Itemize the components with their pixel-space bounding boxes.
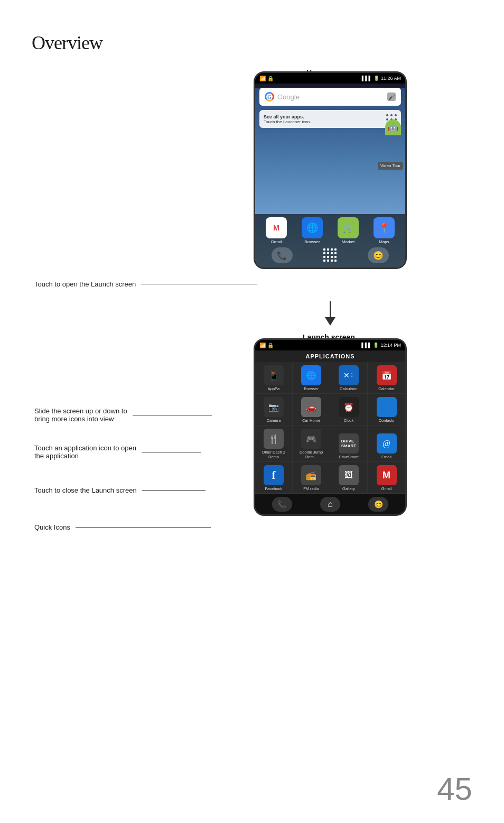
market-icon: 🛒 bbox=[338, 217, 359, 238]
gallery-icon: 🖼 bbox=[339, 465, 359, 485]
app-cell-browser[interactable]: 🌐 Browser bbox=[293, 362, 330, 394]
maps-label: Maps bbox=[379, 239, 389, 244]
clock-icon: ⏰ bbox=[339, 397, 359, 417]
maps-icon: 📍 bbox=[374, 217, 395, 238]
launch-home-button[interactable]: ⌂ bbox=[320, 497, 340, 512]
page-title: Overview bbox=[32, 32, 102, 54]
dock-app-browser[interactable]: 🌐 Browser bbox=[302, 217, 323, 244]
launcher-grid-icon bbox=[323, 248, 337, 262]
annotation-quick-icons: Quick Icons bbox=[34, 523, 211, 531]
app-cell-clock[interactable]: ⏰ Clock bbox=[330, 394, 368, 426]
dock-app-maps[interactable]: 📍 Maps bbox=[374, 217, 395, 244]
phone-button[interactable]: 📞 bbox=[272, 247, 293, 263]
gmail-launch-icon: M bbox=[377, 465, 397, 485]
camera-label: Camera bbox=[267, 418, 281, 423]
android-mascot-icon: 🤖 bbox=[385, 119, 401, 135]
app-cell-email[interactable]: @ Email bbox=[368, 426, 405, 462]
app-cell-carhome[interactable]: 🚗 Car Home bbox=[293, 394, 330, 426]
annotation-slide-text: Slide the screen up or down to bring mor… bbox=[34, 407, 127, 423]
annotation-touch-app-line bbox=[142, 452, 201, 452]
home-dock: M Gmail 🌐 Browser 🛒 Market 📍 Maps 📞 bbox=[255, 214, 405, 267]
app-cell-apppa[interactable]: 📱 AppPa bbox=[255, 362, 293, 394]
signal-icon: ▌▌▌ bbox=[362, 76, 372, 81]
browser-label-launch: Browser bbox=[304, 386, 319, 391]
annotation-slide-line1: Slide the screen up or down to bbox=[34, 407, 127, 415]
annotation-touch-launch-text: Touch to open the Launch screen bbox=[34, 280, 136, 288]
launch-status-right: ▌▌▌ 🔋 12:14 PM bbox=[361, 343, 401, 348]
wifi-icon: 📶 bbox=[259, 76, 266, 81]
annotation-quick-icons-line bbox=[76, 527, 211, 528]
launch-wifi-icon: 📶 bbox=[259, 343, 266, 348]
tooltip-title: See all your apps. bbox=[264, 114, 382, 119]
drive-icon: DRIVESMART bbox=[339, 433, 359, 454]
app-cell-fm[interactable]: 📻 FM radio bbox=[293, 462, 330, 494]
home-status-left: 📶 🔒 bbox=[259, 76, 274, 81]
gmail-launch-label: Gmail bbox=[381, 486, 392, 491]
dock-app-market[interactable]: 🛒 Market bbox=[338, 217, 359, 244]
facebook-label: Facebook bbox=[265, 486, 283, 491]
dock-apps-row: M Gmail 🌐 Browser 🛒 Market 📍 Maps bbox=[258, 217, 402, 244]
battery-icon: 🔋 bbox=[374, 76, 379, 81]
app-cell-facebook[interactable]: f Facebook bbox=[255, 462, 293, 494]
launch-status-bar: 📶 🔒 ▌▌▌ 🔋 12:14 PM bbox=[255, 340, 405, 350]
browser-label: Browser bbox=[304, 239, 320, 244]
carhome-icon: 🚗 bbox=[301, 397, 321, 417]
annotation-touch-close-text: Touch to close the Launch screen bbox=[34, 486, 137, 494]
app-cell-gmail[interactable]: M Gmail bbox=[368, 462, 405, 494]
contacts-icon: 👤 bbox=[377, 397, 397, 417]
dock-app-gmail[interactable]: M Gmail bbox=[266, 217, 287, 244]
annotation-touch-app-text-block: Touch an application icon to open the ap… bbox=[34, 444, 136, 460]
app-cell-diner[interactable]: 🍴 Diner Dash 2 Demo bbox=[255, 426, 293, 462]
drive-label: DriveSmart bbox=[339, 455, 359, 459]
annotation-touch-app-line1: Touch an application icon to open bbox=[34, 444, 136, 452]
annotation-slide-row: Slide the screen up or down to bring mor… bbox=[34, 407, 212, 423]
app-cell-gallery[interactable]: 🖼 Gallery bbox=[330, 462, 368, 494]
page-number: 45 bbox=[437, 771, 472, 807]
annotation-slide-line bbox=[133, 415, 212, 415]
home-status-bar: 📶 🔒 ▌▌▌ 🔋 11:26 AM bbox=[255, 73, 405, 84]
calculator-icon: ✕÷ bbox=[339, 365, 359, 385]
browser-icon: 🌐 bbox=[302, 217, 323, 238]
annotation-slide-line2: bring more icons into view bbox=[34, 415, 127, 423]
apps-grid: 📱 AppPa 🌐 Browser ✕÷ Calculator 📅 Calend… bbox=[255, 362, 405, 494]
launcher-button[interactable] bbox=[320, 247, 341, 263]
apppa-icon: 📱 bbox=[264, 365, 284, 385]
launch-time: 12:14 PM bbox=[380, 343, 401, 348]
doodle-label: Doodle Jump Dem... bbox=[295, 450, 327, 459]
diner-icon: 🍴 bbox=[264, 429, 284, 449]
launch-battery-icon: 🔋 bbox=[373, 343, 379, 348]
launch-screen-body: APPLICATIONS 📱 AppPa 🌐 Browser ✕÷ Calcul… bbox=[255, 350, 405, 514]
launch-lock-icon: 🔒 bbox=[267, 343, 274, 348]
tooltip-body: Touch the Launcher icon. bbox=[264, 119, 382, 124]
launch-dock: 📞 ⌂ 😊 bbox=[255, 494, 405, 514]
launch-contacts-button[interactable]: 😊 bbox=[368, 497, 388, 512]
annotation-touch-app-line2: the application bbox=[34, 452, 136, 460]
app-cell-contacts[interactable]: 👤 Contacts bbox=[368, 394, 405, 426]
fm-label: FM radio bbox=[303, 486, 319, 491]
launch-screen-phone: 📶 🔒 ▌▌▌ 🔋 12:14 PM APPLICATIONS 📱 AppPa … bbox=[254, 338, 407, 516]
app-cell-doodle[interactable]: 🎮 Doodle Jump Dem... bbox=[293, 426, 330, 462]
annotation-touch-app: Touch an application icon to open the ap… bbox=[34, 444, 201, 460]
home-time: 11:26 AM bbox=[381, 76, 401, 81]
carhome-label: Car Home bbox=[302, 418, 320, 423]
contacts-button[interactable]: 😊 bbox=[368, 247, 389, 263]
annotation-touch-close-line bbox=[142, 490, 206, 491]
apppa-label: AppPa bbox=[268, 386, 280, 391]
app-cell-calculator[interactable]: ✕÷ Calculator bbox=[330, 362, 368, 394]
mic-icon[interactable]: 🎤 bbox=[387, 93, 396, 101]
market-label: Market bbox=[342, 239, 354, 244]
launch-phone-button[interactable]: 📞 bbox=[272, 497, 292, 512]
google-g-icon: G bbox=[265, 92, 274, 101]
gmail-label: Gmail bbox=[271, 239, 282, 244]
app-cell-camera[interactable]: 📷 Camera bbox=[255, 394, 293, 426]
email-icon: @ bbox=[377, 433, 397, 454]
facebook-icon: f bbox=[264, 465, 284, 485]
app-cell-drive[interactable]: DRIVESMART DriveSmart bbox=[330, 426, 368, 462]
launcher-tooltip: See all your apps. Touch the Launcher ic… bbox=[259, 110, 401, 128]
lock-icon: 🔒 bbox=[267, 76, 274, 81]
google-placeholder: Google bbox=[277, 93, 384, 101]
google-search-bar[interactable]: G Google 🎤 bbox=[259, 88, 401, 106]
video-tour-button[interactable]: Video Tour bbox=[378, 162, 403, 170]
app-cell-calendar[interactable]: 📅 Calendar bbox=[368, 362, 405, 394]
diner-label: Diner Dash 2 Demo bbox=[258, 450, 290, 459]
